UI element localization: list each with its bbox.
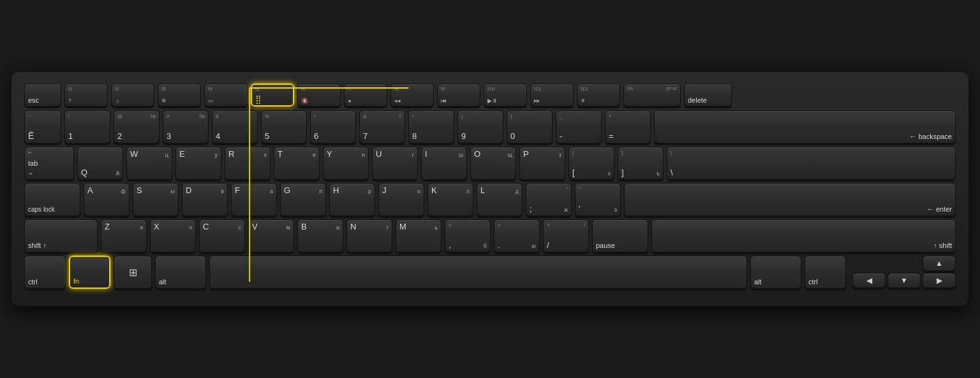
key-shift-right[interactable]: ↑ shift (651, 219, 956, 252)
key-backspace[interactable]: ← backspace (654, 110, 956, 143)
key-rbracket[interactable]: } ] ъ (618, 147, 664, 180)
key-q[interactable]: Q й (77, 147, 123, 180)
key-enter[interactable]: ← enter (624, 183, 956, 216)
key-4[interactable]: $ 4 (212, 110, 258, 143)
key-period[interactable]: > . ю (494, 219, 540, 252)
key-space[interactable] (209, 256, 747, 289)
key-5[interactable]: % 5 (261, 110, 307, 143)
key-f12[interactable]: f12 ✈ (577, 84, 620, 106)
key-1[interactable]: ! 1 (64, 110, 110, 143)
key-0[interactable]: ) 0 (507, 110, 553, 143)
key-f10[interactable]: f10 ▶⏸ (484, 84, 527, 106)
key-minus[interactable]: _ - (556, 110, 602, 143)
key-i[interactable]: I ш (421, 147, 467, 180)
key-p[interactable]: P з (519, 147, 565, 180)
number-key-row: ~ Ё ! 1 @№ 2 #№ 3 $ 4 % 5 ^ 6 (24, 110, 956, 143)
key-7[interactable]: &? 7 (359, 110, 405, 143)
key-lbracket[interactable]: { [ х (568, 147, 614, 180)
key-f8[interactable]: f8 ◂◂ (390, 84, 434, 106)
zxcv-key-row: shift ↑ Z я X ч C с V м (24, 219, 956, 252)
key-fn[interactable]: fn (69, 256, 110, 289)
key-h[interactable]: H р (329, 183, 375, 216)
key-t[interactable]: T е (274, 147, 320, 180)
key-x[interactable]: X ч (150, 219, 196, 252)
key-ctrl-left[interactable]: ctrl (24, 256, 66, 289)
key-f6[interactable]: f6 🔇 (297, 84, 341, 106)
key-shift-left[interactable]: shift ↑ (24, 219, 98, 252)
key-f5[interactable]: f5 ⣿ (251, 84, 294, 106)
arrow-cluster: ▲ ◀ ▼ ▶ (852, 256, 956, 289)
bottom-key-row: ctrl fn ⊞ alt alt ctrl (24, 256, 956, 289)
key-8[interactable]: * 8 (408, 110, 454, 143)
key-u[interactable]: U г (372, 147, 418, 180)
key-g[interactable]: G п (280, 183, 326, 216)
key-alt-left[interactable]: alt (155, 256, 206, 289)
key-arrow-down[interactable]: ▼ (887, 273, 921, 288)
key-ctrl-right[interactable]: ctrl (805, 256, 846, 289)
key-f2[interactable]: f2 ☼ (111, 84, 154, 106)
key-d[interactable]: D в (182, 183, 228, 216)
key-f4[interactable]: f4 ▭ (204, 84, 248, 106)
key-z[interactable]: Z я (101, 219, 147, 252)
key-slash[interactable]: ?! / (543, 219, 589, 252)
fn-key-row: esc f1 ? f2 ☼ f3 ✲ f4 ▭ f5 ⣿ f6 🔇 f7 ◂ (24, 84, 956, 106)
key-f1[interactable]: f1 ? (64, 84, 108, 106)
key-n[interactable]: N т (346, 219, 392, 252)
key-o[interactable]: O щ (470, 147, 516, 180)
key-capslock[interactable]: caps lock (24, 183, 80, 216)
key-delete[interactable]: delete (684, 84, 732, 106)
keyboard: esc f1 ? f2 ☼ f3 ✲ f4 ▭ f5 ⣿ f6 🔇 f7 ◂ (11, 72, 969, 306)
key-esc[interactable]: esc (24, 84, 61, 106)
key-f9[interactable]: f9 ⏮ (437, 84, 480, 106)
key-tilde[interactable]: ~ Ё (24, 110, 61, 143)
key-b[interactable]: B и (297, 219, 343, 252)
key-a[interactable]: A ф (84, 183, 130, 216)
key-r[interactable]: R к (225, 147, 271, 180)
key-e[interactable]: E у (175, 147, 221, 180)
key-f11[interactable]: f11 ⏭ (530, 84, 574, 106)
key-2[interactable]: @№ 2 (114, 110, 160, 143)
key-arrow-left[interactable]: ◀ (852, 273, 886, 288)
key-quote[interactable]: " ' э (575, 183, 621, 216)
asdf-key-row: caps lock A ф S ы D в F а (24, 183, 956, 216)
key-3[interactable]: #№ 3 (163, 110, 209, 143)
key-9[interactable]: ( 9 (457, 110, 503, 143)
key-equals[interactable]: + = (605, 110, 651, 143)
key-6[interactable]: ^ 6 (310, 110, 356, 143)
key-alt-right[interactable]: alt (750, 256, 801, 289)
key-arrow-right[interactable]: ▶ (923, 273, 956, 288)
key-c[interactable]: C с (199, 219, 245, 252)
key-tab[interactable]: ⇤ tab ⇥ (24, 147, 74, 180)
key-prtsc[interactable]: ins prt sc (623, 84, 681, 106)
key-semicolon[interactable]: :" ; ж (526, 183, 572, 216)
key-l[interactable]: L д (477, 183, 523, 216)
key-w[interactable]: W ц (126, 147, 172, 180)
qwerty-key-row: ⇤ tab ⇥ Q й W ц E у R к (24, 147, 956, 180)
key-y[interactable]: Y н (323, 147, 369, 180)
key-backslash[interactable]: | \ (667, 147, 956, 180)
key-j[interactable]: J о (378, 183, 424, 216)
key-win[interactable]: ⊞ (114, 256, 152, 289)
key-comma[interactable]: < , б (445, 219, 491, 252)
key-v[interactable]: V м (248, 219, 294, 252)
key-f7[interactable]: f7 ◂ (344, 84, 387, 106)
key-k[interactable]: K л (427, 183, 473, 216)
key-arrow-up[interactable]: ▲ (923, 256, 956, 271)
key-m[interactable]: M ь (396, 219, 442, 252)
key-pause[interactable]: pause (592, 219, 648, 252)
key-f3[interactable]: f3 ✲ (158, 84, 201, 106)
key-f[interactable]: F а (231, 183, 277, 216)
key-s[interactable]: S ы (133, 183, 179, 216)
